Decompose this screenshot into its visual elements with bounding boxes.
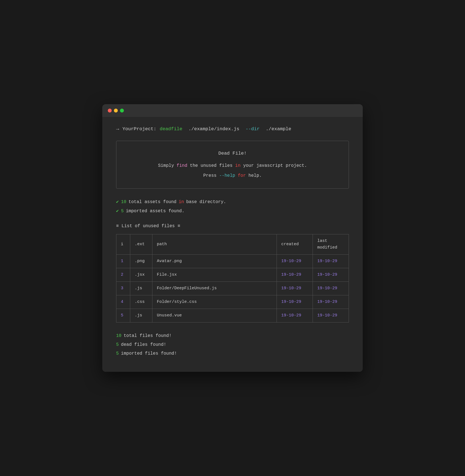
cell-idx: 4 [116, 295, 130, 309]
table-header: i .ext path created last modified [116, 234, 349, 255]
command-tool: deadfile [160, 125, 182, 133]
cell-idx: 2 [116, 268, 130, 282]
banner-keyword-in: in [235, 163, 241, 168]
table-header-label: List of unused files [122, 223, 175, 230]
banner-line1-post: your javascript project. [241, 163, 307, 168]
summary-count-1: 10 [116, 331, 121, 340]
col-header-path: path [152, 234, 277, 255]
command-dir: ./example [263, 125, 291, 133]
col-header-ext: .ext [130, 234, 152, 255]
banner-description: Simply find the unused files in your jav… [127, 161, 338, 180]
cell-created: 19-10-29 [277, 255, 313, 268]
stats-section: ✔ 10 total assets found in base director… [116, 199, 349, 215]
banner-line2-pre: Press [203, 173, 219, 178]
cell-modified: 19-10-29 [313, 282, 349, 295]
cell-path: Folder/DeepFileUnused.js [152, 282, 277, 295]
table-row: 3.jsFolder/DeepFileUnused.js19-10-2919-1… [116, 282, 349, 295]
minimize-button[interactable] [114, 109, 118, 112]
cell-modified: 19-10-29 [313, 268, 349, 282]
command-path: ./example/index.js [186, 125, 242, 133]
cell-modified: 19-10-29 [313, 309, 349, 323]
banner-keyword-help: --help [219, 173, 235, 178]
cell-modified: 19-10-29 [313, 255, 349, 268]
cell-ext: .js [130, 309, 152, 323]
table-header-row: ≡ List of unused files ≡ [116, 223, 349, 230]
command-prefix: YourProject: [122, 125, 156, 133]
banner-keyword-find: find [177, 163, 187, 168]
command-flag: --dir [246, 125, 260, 133]
summary-line-1: 10 total files found! [116, 331, 349, 340]
cell-ext: .png [130, 255, 152, 268]
banner-line2-post: help. [246, 173, 262, 178]
close-button[interactable] [108, 109, 112, 112]
summary-line-2: 5 dead files found! [116, 340, 349, 349]
cell-path: Unused.vue [152, 309, 277, 323]
table-row: 5.jsUnused.vue19-10-2919-10-29 [116, 309, 349, 323]
summary-text-1: total files found! [124, 331, 172, 340]
check-icon-1: ✔ [116, 199, 119, 206]
stat-text-1-post: base directory. [186, 199, 226, 206]
col-header-created: created [277, 234, 313, 255]
check-icon-2: ✔ [116, 208, 119, 215]
stat-keyword-in: in [179, 199, 184, 206]
terminal-window: → YourProject: deadfile ./example/index.… [102, 104, 363, 372]
summary-text-3: imported files found! [121, 349, 177, 358]
cell-ext: .jsx [130, 268, 152, 282]
titlebar [102, 104, 363, 117]
table-row: 4.cssFolder/style.css19-10-2919-10-29 [116, 295, 349, 309]
summary-text-2: dead files found! [121, 340, 166, 349]
banner-box: Dead File! Simply find the unused files … [116, 141, 349, 188]
cell-idx: 3 [116, 282, 130, 295]
summary-count-2: 5 [116, 340, 119, 349]
cell-idx: 5 [116, 309, 130, 323]
stat-text-1-pre: total assets found [129, 199, 177, 206]
stat-count-2: 5 [121, 208, 124, 215]
cell-created: 19-10-29 [277, 268, 313, 282]
cell-modified: 19-10-29 [313, 295, 349, 309]
cell-path: File.jsx [152, 268, 277, 282]
banner-keyword-for: for [238, 173, 246, 178]
equals-icon-left: ≡ [116, 223, 119, 230]
cell-ext: .css [130, 295, 152, 309]
cell-created: 19-10-29 [277, 295, 313, 309]
cell-path: Avatar.png [152, 255, 277, 268]
banner-line1-pre: Simply [158, 163, 177, 168]
equals-icon-right: ≡ [178, 223, 180, 230]
table-row: 2.jsxFile.jsx19-10-2919-10-29 [116, 268, 349, 282]
cell-path: Folder/style.css [152, 295, 277, 309]
col-header-modified: last modified [313, 234, 349, 255]
summary-line-3: 5 imported files found! [116, 349, 349, 358]
file-table: i .ext path created last modified 1.pngA… [116, 234, 349, 323]
arrow-icon: → [116, 125, 119, 133]
table-row: 1.pngAvatar.png19-10-2919-10-29 [116, 255, 349, 268]
cell-idx: 1 [116, 255, 130, 268]
command-line: → YourProject: deadfile ./example/index.… [116, 125, 349, 133]
stat-line-2: ✔ 5 imported assets found. [116, 208, 349, 215]
cell-created: 19-10-29 [277, 282, 313, 295]
maximize-button[interactable] [120, 109, 124, 112]
table-section: ≡ List of unused files ≡ i .ext path cre… [116, 223, 349, 323]
cell-created: 19-10-29 [277, 309, 313, 323]
col-header-i: i [116, 234, 130, 255]
stat-line-1: ✔ 10 total assets found in base director… [116, 199, 349, 206]
stat-count-1: 10 [121, 199, 126, 206]
banner-line1-mid: the unused files [187, 163, 235, 168]
summary-count-3: 5 [116, 349, 119, 358]
cell-ext: .js [130, 282, 152, 295]
stat-text-2: imported assets found. [126, 208, 184, 215]
banner-title: Dead File! [127, 149, 338, 158]
summary-section: 10 total files found! 5 dead files found… [116, 331, 349, 358]
terminal-content: → YourProject: deadfile ./example/index.… [102, 117, 363, 361]
